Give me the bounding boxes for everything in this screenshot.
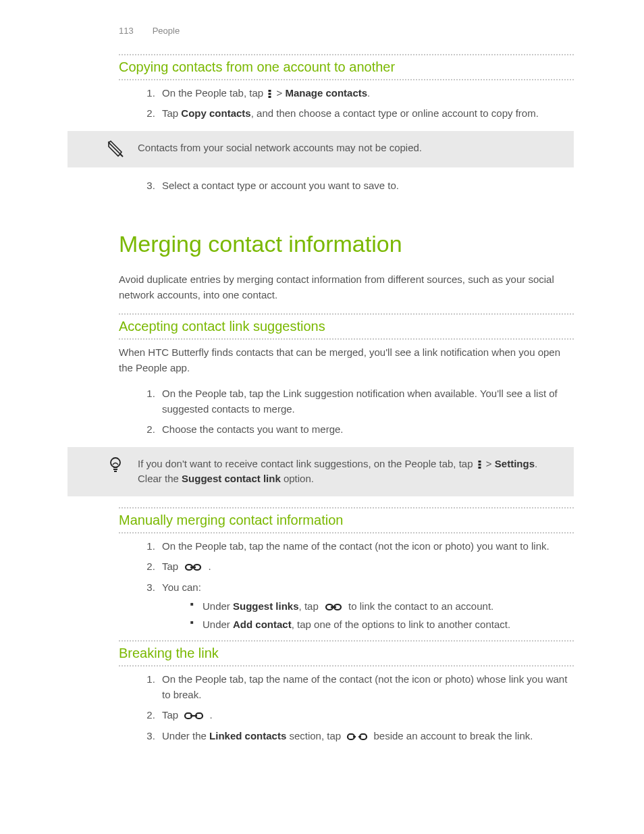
accept-steps: On the People tab, tap the Link suggesti… [119,386,574,438]
copy-step-3: Select a contact type or account you wan… [158,178,574,194]
break-step-2: Tap . [158,708,574,723]
manual-bullet-1: Under Suggest links, tap to link the con… [190,599,574,615]
heading-accepting: Accepting contact link suggestions [119,316,574,340]
rule [119,54,574,55]
overflow-menu-icon [267,89,272,99]
heading-breaking: Breaking the link [119,643,574,667]
break-step-3: Under the Linked contacts section, tap b… [158,729,574,744]
chain-link-icon [184,563,203,572]
manual-steps: On the People tab, tap the name of the c… [119,539,574,633]
break-steps: On the People tab, tap the name of the c… [119,672,574,744]
overflow-menu-icon [477,460,482,469]
svg-rect-0 [269,90,271,92]
svg-rect-1 [269,93,271,95]
copy-steps-1-2: On the People tab, tap > Manage contacts… [119,86,574,122]
note-social-not-copied: Contacts from your social network accoun… [68,131,574,167]
svg-rect-4 [478,461,481,463]
rule [119,313,574,315]
tip-text: If you don't want to receive contact lin… [138,457,554,487]
note-text: Contacts from your social network accoun… [138,140,554,156]
broken-chain-icon [346,732,368,741]
rule [119,640,574,642]
svg-rect-6 [478,467,481,469]
heading-manual: Manually merging contact information [119,510,574,533]
pencil-icon [104,140,127,158]
copy-step-1: On the People tab, tap > Manage contacts… [158,86,574,101]
linked-chain-icon [184,711,204,721]
break-step-1: On the People tab, tap the name of the c… [158,672,574,702]
accept-step-2: Choose the contacts you want to merge. [158,422,574,438]
manual-step-2: Tap . [158,559,574,575]
manual-step-3: You can: Under Suggest links, tap to lin… [158,580,574,633]
rule [119,507,574,509]
chain-link-icon [324,602,343,612]
manual-bullets: Under Suggest links, tap to link the con… [162,599,574,632]
heading-copy-contacts: Copying contacts from one account to ano… [119,57,574,80]
page-header: 113 People [92,24,574,38]
svg-rect-2 [269,96,271,98]
heading-merging: Merging contact information [119,227,574,261]
copy-step-2: Tap Copy contacts, and then choose a con… [158,106,574,122]
section-name: People [153,24,180,38]
tip-disable-suggestions: If you don't want to receive contact lin… [68,447,574,496]
manual-page: 113 People Copying contacts from one acc… [0,0,644,834]
manual-bullet-2: Under Add contact, tap one of the option… [190,617,574,633]
merging-intro: Avoid duplicate entries by merging conta… [119,272,574,303]
copy-steps-3: Select a contact type or account you wan… [119,178,574,194]
accepting-intro: When HTC Butterfly finds contacts that c… [119,345,574,375]
lightbulb-icon [104,457,127,474]
manual-step-1: On the People tab, tap the name of the c… [158,539,574,554]
accept-step-1: On the People tab, tap the Link suggesti… [158,386,574,417]
svg-rect-5 [478,463,481,465]
page-number: 113 [119,24,134,38]
